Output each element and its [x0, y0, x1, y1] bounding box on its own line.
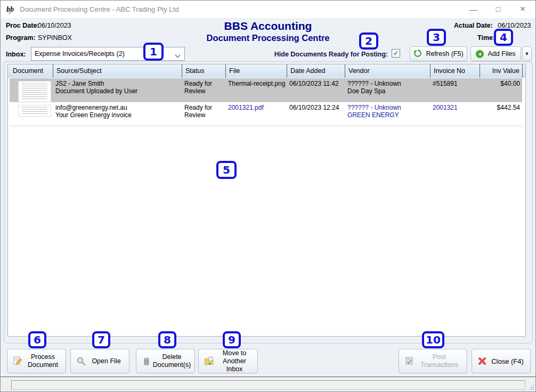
inv-value-cell: $442.54 [480, 102, 522, 126]
close-x-icon [477, 356, 487, 366]
move-to-inbox-label: Move to AnotherInbox [214, 349, 257, 373]
vendor-cell: ?????? - Unknown Doe Day Spa [345, 78, 430, 102]
post-transactions-button[interactable]: PostTransactions [399, 349, 467, 373]
annotation-10: 10 [422, 331, 444, 348]
annotation-5: 5 [216, 161, 237, 179]
document-thumbnail-invoice[interactable] [18, 105, 51, 117]
source-line: info@greenenergy.net.au [55, 104, 181, 111]
vendor-name-line: Doe Day Spa [347, 87, 429, 95]
open-file-label: Open File [86, 357, 129, 365]
column-header-document[interactable]: Document [10, 64, 53, 78]
maximize-button[interactable]: □ [489, 1, 508, 18]
delete-documents-label: DeleteDocument(s) [151, 353, 194, 369]
annotation-1: 1 [143, 43, 164, 61]
subject-line: Your Green Energy invoice [55, 111, 181, 119]
close-window-label: Close (F4) [487, 357, 530, 365]
status-cell: Ready for Review [182, 78, 225, 102]
add-icon: + [476, 50, 484, 58]
checkbox-check-icon: ✓ [393, 50, 399, 56]
hide-posting-checkbox[interactable]: ✓ [392, 49, 400, 58]
title-bar: bb s Document Processing Centre - ABC Tr… [1, 1, 535, 18]
column-header-date-added[interactable]: Date Added [287, 64, 345, 78]
file-cell[interactable]: Thermal-receipt.png [225, 78, 287, 102]
status-field [11, 380, 525, 390]
file-link-cell[interactable]: 2001321.pdf [225, 102, 287, 126]
chevron-down-icon [175, 52, 181, 60]
dropdown-arrow-icon: ▼ [525, 51, 530, 56]
add-files-button[interactable]: + Add Files [470, 46, 521, 61]
document-thumbnail-receipt[interactable] [18, 81, 51, 102]
resize-grip[interactable] [528, 384, 534, 390]
table-row-green-energy[interactable]: info@greenenergy.net.au Your Green Energ… [10, 102, 522, 126]
column-header-inv-value[interactable]: Inv Value [480, 64, 522, 78]
add-files-button-label: Add Files [488, 50, 515, 58]
open-file-button[interactable]: Open File [70, 349, 129, 373]
refresh-button[interactable]: Refresh (F5) [410, 46, 467, 61]
process-document-button[interactable]: ProcessDocument [7, 349, 66, 373]
inbox-selected-value: Expense Invoices/Receipts (2) [35, 50, 125, 58]
minimize-button[interactable]: — [464, 1, 483, 18]
date-added-cell: 06/10/2023 11:42 [287, 78, 345, 102]
move-to-inbox-button[interactable]: Move to AnotherInbox [198, 349, 258, 373]
column-header-status[interactable]: Status [182, 64, 225, 78]
vendor-line[interactable]: ?????? - Unknown [347, 104, 429, 111]
hide-posting-label: Hide Documents Ready for Posting: [274, 51, 388, 58]
refresh-icon [413, 49, 422, 59]
column-header-vendor[interactable]: Vendor [345, 64, 430, 78]
app-icon: bb s [6, 4, 17, 14]
column-header-source-subject[interactable]: Source/Subject [53, 64, 182, 78]
app-subtitle: Document Processing Centre [1, 33, 535, 43]
invoice-no-link-cell[interactable]: 2001321 [430, 102, 480, 126]
post-transactions-label: PostTransactions [414, 353, 467, 369]
delete-icon [142, 356, 151, 366]
actual-date-value: 06/10/2023 [498, 22, 531, 29]
status-cell: Ready for Review [182, 102, 225, 126]
vendor-name-line[interactable]: GREEN ENERGY [347, 111, 429, 119]
annotation-9: 9 [223, 331, 241, 348]
post-transactions-icon [404, 356, 414, 366]
close-window-button[interactable]: Close (F4) [472, 349, 531, 373]
window-title: Document Processing Centre - ABC Trading… [20, 5, 178, 13]
inv-value-cell: $40.00 [480, 78, 522, 102]
column-header-invoice-no[interactable]: Invoice No [430, 64, 480, 78]
open-file-icon [76, 356, 86, 366]
table-row-thermal-receipt[interactable]: JS2 - Jane Smith Document Uploaded by Us… [10, 78, 522, 102]
source-subject-cell: info@greenenergy.net.au Your Green Energ… [53, 102, 182, 126]
column-header-filler [522, 64, 526, 78]
inbox-label: Inbox: [6, 51, 26, 58]
annotation-8: 8 [158, 331, 176, 348]
svg-text:s: s [9, 11, 11, 14]
refresh-button-label: Refresh (F5) [426, 50, 463, 58]
documents-table: Document Source/Subject Status File Date… [7, 64, 526, 337]
vendor-line: ?????? - Unknown [347, 80, 429, 87]
actual-date-label: Actual Date: [454, 22, 493, 29]
annotation-7: 7 [92, 331, 110, 348]
process-document-icon [13, 356, 22, 366]
annotation-6: 6 [28, 331, 46, 348]
source-subject-cell: JS2 - Jane Smith Document Uploaded by Us… [53, 78, 182, 102]
invoice-no-cell: #515891 [430, 78, 480, 102]
vendor-cell: ?????? - Unknown GREEN ENERGY [345, 102, 430, 126]
date-added-cell: 06/10/2023 12:24 [287, 102, 345, 126]
annotation-4: 4 [494, 29, 513, 46]
delete-documents-button[interactable]: DeleteDocument(s) [136, 349, 195, 373]
close-button[interactable]: × [513, 1, 532, 18]
add-files-dropdown-button[interactable]: ▼ [522, 46, 532, 61]
document-cell [10, 102, 53, 126]
move-inbox-icon [204, 356, 214, 366]
source-line: JS2 - Jane Smith [55, 80, 181, 87]
annotation-2: 2 [359, 32, 378, 50]
annotation-3: 3 [427, 29, 446, 46]
subject-line: Document Uploaded by User [55, 87, 181, 95]
table-header-row: Document Source/Subject Status File Date… [8, 64, 525, 78]
application-window: bb s Document Processing Centre - ABC Tr… [0, 0, 536, 392]
status-bar [1, 377, 535, 391]
time-label: Time: [477, 34, 495, 42]
process-document-label: ProcessDocument [22, 353, 66, 369]
document-cell [10, 78, 53, 102]
column-header-file[interactable]: File [225, 64, 287, 78]
